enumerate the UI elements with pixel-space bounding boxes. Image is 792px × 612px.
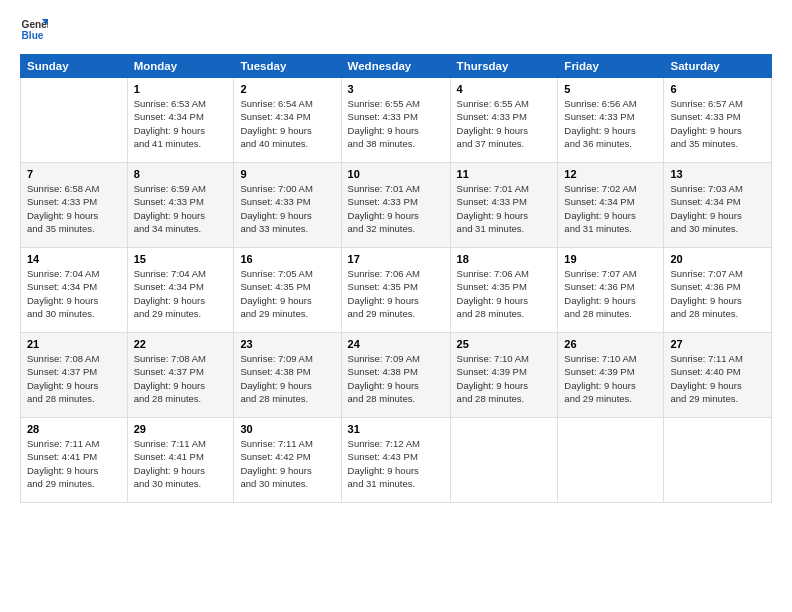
day-number: 16 bbox=[240, 253, 334, 265]
day-info: Sunrise: 7:12 AM Sunset: 4:43 PM Dayligh… bbox=[348, 437, 444, 490]
calendar-cell: 23Sunrise: 7:09 AM Sunset: 4:38 PM Dayli… bbox=[234, 333, 341, 418]
calendar-cell: 30Sunrise: 7:11 AM Sunset: 4:42 PM Dayli… bbox=[234, 418, 341, 503]
calendar-cell: 18Sunrise: 7:06 AM Sunset: 4:35 PM Dayli… bbox=[450, 248, 558, 333]
weekday-header: Thursday bbox=[450, 55, 558, 78]
day-number: 30 bbox=[240, 423, 334, 435]
calendar-cell: 6Sunrise: 6:57 AM Sunset: 4:33 PM Daylig… bbox=[664, 78, 772, 163]
day-info: Sunrise: 7:02 AM Sunset: 4:34 PM Dayligh… bbox=[564, 182, 657, 235]
calendar-cell: 20Sunrise: 7:07 AM Sunset: 4:36 PM Dayli… bbox=[664, 248, 772, 333]
calendar-cell: 29Sunrise: 7:11 AM Sunset: 4:41 PM Dayli… bbox=[127, 418, 234, 503]
day-info: Sunrise: 6:54 AM Sunset: 4:34 PM Dayligh… bbox=[240, 97, 334, 150]
day-number: 17 bbox=[348, 253, 444, 265]
calendar-cell: 4Sunrise: 6:55 AM Sunset: 4:33 PM Daylig… bbox=[450, 78, 558, 163]
day-number: 22 bbox=[134, 338, 228, 350]
day-info: Sunrise: 7:10 AM Sunset: 4:39 PM Dayligh… bbox=[564, 352, 657, 405]
calendar-cell bbox=[558, 418, 664, 503]
calendar-cell bbox=[664, 418, 772, 503]
day-info: Sunrise: 7:10 AM Sunset: 4:39 PM Dayligh… bbox=[457, 352, 552, 405]
day-info: Sunrise: 7:11 AM Sunset: 4:41 PM Dayligh… bbox=[27, 437, 121, 490]
header: General Blue bbox=[20, 16, 772, 44]
logo-icon: General Blue bbox=[20, 16, 48, 44]
day-number: 29 bbox=[134, 423, 228, 435]
day-number: 7 bbox=[27, 168, 121, 180]
day-info: Sunrise: 6:56 AM Sunset: 4:33 PM Dayligh… bbox=[564, 97, 657, 150]
calendar-cell: 7Sunrise: 6:58 AM Sunset: 4:33 PM Daylig… bbox=[21, 163, 128, 248]
day-number: 27 bbox=[670, 338, 765, 350]
day-number: 3 bbox=[348, 83, 444, 95]
day-info: Sunrise: 7:07 AM Sunset: 4:36 PM Dayligh… bbox=[564, 267, 657, 320]
day-info: Sunrise: 7:05 AM Sunset: 4:35 PM Dayligh… bbox=[240, 267, 334, 320]
day-number: 11 bbox=[457, 168, 552, 180]
calendar-cell: 3Sunrise: 6:55 AM Sunset: 4:33 PM Daylig… bbox=[341, 78, 450, 163]
calendar-cell: 11Sunrise: 7:01 AM Sunset: 4:33 PM Dayli… bbox=[450, 163, 558, 248]
day-number: 23 bbox=[240, 338, 334, 350]
day-info: Sunrise: 6:53 AM Sunset: 4:34 PM Dayligh… bbox=[134, 97, 228, 150]
day-info: Sunrise: 7:09 AM Sunset: 4:38 PM Dayligh… bbox=[240, 352, 334, 405]
day-number: 4 bbox=[457, 83, 552, 95]
day-number: 21 bbox=[27, 338, 121, 350]
calendar-cell: 19Sunrise: 7:07 AM Sunset: 4:36 PM Dayli… bbox=[558, 248, 664, 333]
calendar-cell: 2Sunrise: 6:54 AM Sunset: 4:34 PM Daylig… bbox=[234, 78, 341, 163]
day-info: Sunrise: 7:06 AM Sunset: 4:35 PM Dayligh… bbox=[348, 267, 444, 320]
day-info: Sunrise: 7:00 AM Sunset: 4:33 PM Dayligh… bbox=[240, 182, 334, 235]
day-number: 15 bbox=[134, 253, 228, 265]
day-info: Sunrise: 6:58 AM Sunset: 4:33 PM Dayligh… bbox=[27, 182, 121, 235]
calendar-cell: 21Sunrise: 7:08 AM Sunset: 4:37 PM Dayli… bbox=[21, 333, 128, 418]
calendar-cell: 27Sunrise: 7:11 AM Sunset: 4:40 PM Dayli… bbox=[664, 333, 772, 418]
calendar-cell: 15Sunrise: 7:04 AM Sunset: 4:34 PM Dayli… bbox=[127, 248, 234, 333]
calendar-cell: 26Sunrise: 7:10 AM Sunset: 4:39 PM Dayli… bbox=[558, 333, 664, 418]
day-number: 18 bbox=[457, 253, 552, 265]
day-info: Sunrise: 6:59 AM Sunset: 4:33 PM Dayligh… bbox=[134, 182, 228, 235]
day-number: 24 bbox=[348, 338, 444, 350]
calendar-cell: 9Sunrise: 7:00 AM Sunset: 4:33 PM Daylig… bbox=[234, 163, 341, 248]
calendar-cell: 22Sunrise: 7:08 AM Sunset: 4:37 PM Dayli… bbox=[127, 333, 234, 418]
day-number: 8 bbox=[134, 168, 228, 180]
day-info: Sunrise: 7:04 AM Sunset: 4:34 PM Dayligh… bbox=[134, 267, 228, 320]
day-info: Sunrise: 7:01 AM Sunset: 4:33 PM Dayligh… bbox=[348, 182, 444, 235]
calendar-cell bbox=[450, 418, 558, 503]
calendar-cell: 10Sunrise: 7:01 AM Sunset: 4:33 PM Dayli… bbox=[341, 163, 450, 248]
day-number: 20 bbox=[670, 253, 765, 265]
weekday-header: Tuesday bbox=[234, 55, 341, 78]
day-info: Sunrise: 6:57 AM Sunset: 4:33 PM Dayligh… bbox=[670, 97, 765, 150]
day-number: 13 bbox=[670, 168, 765, 180]
day-number: 6 bbox=[670, 83, 765, 95]
logo: General Blue bbox=[20, 16, 48, 44]
calendar-cell: 13Sunrise: 7:03 AM Sunset: 4:34 PM Dayli… bbox=[664, 163, 772, 248]
calendar-cell: 31Sunrise: 7:12 AM Sunset: 4:43 PM Dayli… bbox=[341, 418, 450, 503]
day-info: Sunrise: 7:08 AM Sunset: 4:37 PM Dayligh… bbox=[134, 352, 228, 405]
day-number: 2 bbox=[240, 83, 334, 95]
day-info: Sunrise: 7:11 AM Sunset: 4:41 PM Dayligh… bbox=[134, 437, 228, 490]
day-number: 26 bbox=[564, 338, 657, 350]
day-info: Sunrise: 7:09 AM Sunset: 4:38 PM Dayligh… bbox=[348, 352, 444, 405]
weekday-header: Wednesday bbox=[341, 55, 450, 78]
day-number: 14 bbox=[27, 253, 121, 265]
day-number: 12 bbox=[564, 168, 657, 180]
weekday-header: Friday bbox=[558, 55, 664, 78]
calendar-cell: 16Sunrise: 7:05 AM Sunset: 4:35 PM Dayli… bbox=[234, 248, 341, 333]
calendar-cell: 24Sunrise: 7:09 AM Sunset: 4:38 PM Dayli… bbox=[341, 333, 450, 418]
calendar-page: General Blue SundayMondayTuesdayWednesda… bbox=[0, 0, 792, 612]
weekday-header: Monday bbox=[127, 55, 234, 78]
day-number: 25 bbox=[457, 338, 552, 350]
calendar-cell: 28Sunrise: 7:11 AM Sunset: 4:41 PM Dayli… bbox=[21, 418, 128, 503]
day-number: 5 bbox=[564, 83, 657, 95]
svg-text:Blue: Blue bbox=[22, 30, 44, 41]
day-info: Sunrise: 7:01 AM Sunset: 4:33 PM Dayligh… bbox=[457, 182, 552, 235]
calendar-cell bbox=[21, 78, 128, 163]
calendar-cell: 8Sunrise: 6:59 AM Sunset: 4:33 PM Daylig… bbox=[127, 163, 234, 248]
day-number: 28 bbox=[27, 423, 121, 435]
day-info: Sunrise: 7:08 AM Sunset: 4:37 PM Dayligh… bbox=[27, 352, 121, 405]
day-info: Sunrise: 7:04 AM Sunset: 4:34 PM Dayligh… bbox=[27, 267, 121, 320]
calendar-cell: 17Sunrise: 7:06 AM Sunset: 4:35 PM Dayli… bbox=[341, 248, 450, 333]
day-number: 10 bbox=[348, 168, 444, 180]
day-info: Sunrise: 7:11 AM Sunset: 4:40 PM Dayligh… bbox=[670, 352, 765, 405]
calendar-cell: 1Sunrise: 6:53 AM Sunset: 4:34 PM Daylig… bbox=[127, 78, 234, 163]
calendar-cell: 14Sunrise: 7:04 AM Sunset: 4:34 PM Dayli… bbox=[21, 248, 128, 333]
calendar-cell: 5Sunrise: 6:56 AM Sunset: 4:33 PM Daylig… bbox=[558, 78, 664, 163]
day-number: 31 bbox=[348, 423, 444, 435]
day-info: Sunrise: 7:11 AM Sunset: 4:42 PM Dayligh… bbox=[240, 437, 334, 490]
calendar-cell: 12Sunrise: 7:02 AM Sunset: 4:34 PM Dayli… bbox=[558, 163, 664, 248]
day-info: Sunrise: 7:03 AM Sunset: 4:34 PM Dayligh… bbox=[670, 182, 765, 235]
weekday-header: Sunday bbox=[21, 55, 128, 78]
